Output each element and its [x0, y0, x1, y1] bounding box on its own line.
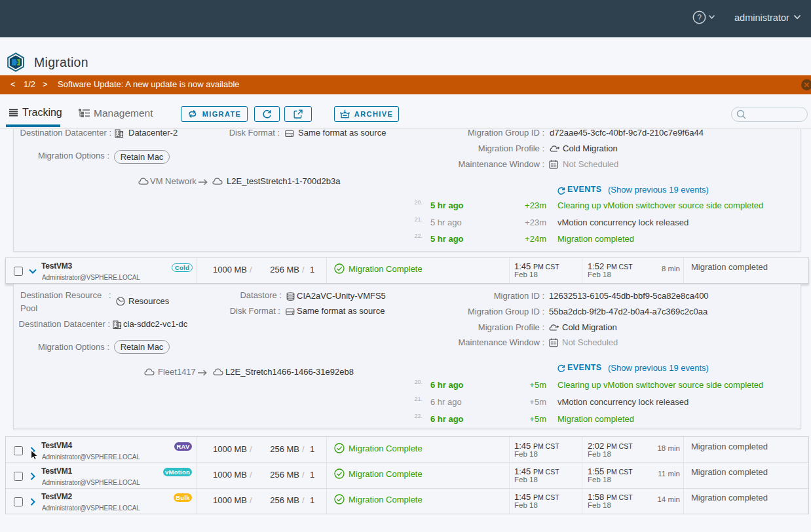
svg-text:?: ? — [697, 13, 702, 22]
